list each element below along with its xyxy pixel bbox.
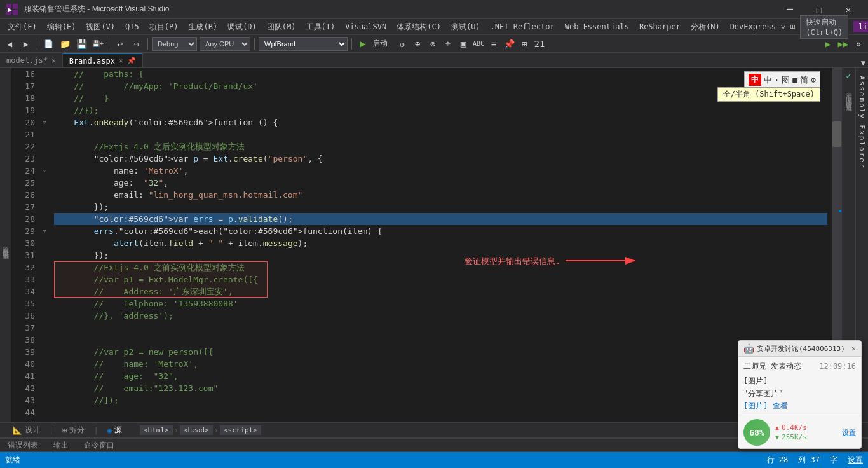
menu-qt5[interactable]: QT5 (120, 21, 144, 32)
code-line-35[interactable]: // Telphone: '13593880088' (54, 298, 827, 310)
toolbar-forward[interactable]: ▶ (19, 37, 33, 51)
code-line-38[interactable] (54, 334, 827, 346)
tab-brand[interactable]: Brand.aspx ✕ 📌 (63, 53, 143, 67)
code-line-19[interactable]: //}); (54, 104, 827, 116)
code-line-26[interactable]: email: "lin_hong_quan_msn.hotmail.com" (54, 189, 827, 201)
menu-build[interactable]: 生成(B) (183, 20, 222, 34)
menu-team[interactable]: 团队(M) (262, 20, 301, 34)
code-line-42[interactable]: // email:"123.123.com" (54, 382, 827, 394)
code-line-23[interactable]: "color:#569cd6">var p = Ext.create("pers… (54, 153, 827, 165)
toolbar-play3[interactable]: ▶▶ (836, 37, 850, 51)
menu-test[interactable]: 测试(U) (446, 20, 485, 34)
tab-overflow[interactable]: ▼ (861, 59, 865, 67)
breadcrumb-script[interactable]: <script> (220, 425, 261, 435)
code-line-17[interactable]: // //myApp: 'Product/Brand/ux' (54, 80, 827, 92)
toolbar-back[interactable]: ◀ (3, 37, 17, 51)
bottom-tab-output[interactable]: 输出 (46, 438, 76, 452)
code-line-25[interactable]: age: "32", (54, 177, 827, 189)
chat-close-icon[interactable]: ✕ (851, 344, 856, 353)
code-line-20[interactable]: Ext.onReady("color:#569cd6">function () … (54, 116, 827, 128)
toolbar-btn-extra2[interactable]: ⊕ (410, 37, 424, 51)
tab-brand-close[interactable]: ✕ (119, 57, 123, 65)
toolbar-btn-extra4[interactable]: ⌖ (441, 37, 455, 51)
code-line-30[interactable]: alert(item.field + " " + item.message); (54, 237, 827, 249)
breadcrumb-head[interactable]: <head> (180, 425, 213, 435)
chat-settings[interactable]: 设置 (842, 428, 856, 437)
menu-resharper[interactable]: ReSharper (634, 21, 686, 32)
status-settings[interactable]: 设置 (848, 455, 863, 465)
code-line-28[interactable]: "color:#569cd6">var errs = p.validate(); (54, 213, 827, 225)
code-line-39[interactable]: //var p2 = new person([{ (54, 346, 827, 358)
tab-modeljs-close[interactable]: ✕ (51, 57, 56, 65)
platform-select[interactable]: Any CPU (200, 37, 250, 51)
breadcrumb-html[interactable]: <html> (140, 425, 173, 435)
menu-edit[interactable]: 编辑(E) (42, 20, 81, 34)
menu-web[interactable]: Web Essentials (560, 21, 634, 32)
code-line-21[interactable] (54, 128, 827, 141)
menu-view[interactable]: 视图(V) (81, 20, 120, 34)
tab-modeljs[interactable]: model.js* ✕ (0, 53, 63, 67)
toolbar-btn-extra7[interactable]: ≡ (487, 37, 501, 51)
ime-char5[interactable]: 简 (800, 74, 808, 86)
menu-analysis[interactable]: 分析(N) (686, 20, 725, 34)
source-tab-split[interactable]: ⊞ 拆分 (55, 423, 92, 437)
code-line-32[interactable]: //Extjs 4.0 之前实例化模型对象方法 (54, 261, 827, 273)
toolbar-new[interactable]: 📄 (41, 37, 55, 51)
code-line-45[interactable] (54, 418, 827, 422)
code-line-41[interactable]: // age: "32", (54, 370, 827, 382)
bottom-tab-errors[interactable]: 错误列表 (0, 438, 46, 452)
run-button[interactable]: ▶ (356, 37, 370, 51)
menu-file[interactable]: 文件(F) (3, 20, 42, 34)
toolbar-btn-extra3[interactable]: ⊗ (426, 37, 440, 51)
code-line-31[interactable]: }); (54, 249, 827, 261)
menu-devexpress[interactable]: DevExpress (725, 21, 781, 32)
toolbar-btn-extra10[interactable]: 21 (532, 37, 546, 51)
assembly-explorer-label[interactable]: Assembly Explorer (857, 71, 867, 174)
code-line-29[interactable]: errs."color:#569cd6">each("color:#569cd6… (54, 225, 827, 237)
menu-architecture[interactable]: 体系结构(C) (391, 20, 446, 34)
menu-debug[interactable]: 调试(D) (222, 20, 262, 34)
code-line-22[interactable]: //Extjs 4.0 之后实例化模型对象方法 (54, 141, 827, 153)
toolbar-btn-extra6[interactable]: ABC (471, 37, 485, 51)
code-line-37[interactable] (54, 322, 827, 334)
code-line-24[interactable]: name: 'MetroX', (54, 165, 827, 177)
menu-project[interactable]: 项目(P) (144, 20, 184, 34)
config-select[interactable]: Debug Release (152, 37, 197, 51)
code-line-33[interactable]: //var p1 = Ext.ModelMgr.create([{ (54, 273, 827, 286)
scrollbar-thumb[interactable] (832, 121, 841, 147)
run-label[interactable]: 启动 (372, 38, 388, 49)
ime-char3[interactable]: 图 (782, 74, 790, 86)
code-content[interactable]: // paths: { // //myApp: 'Product/Brand/u… (49, 68, 832, 422)
quick-launch[interactable]: 快速启动 (Ctrl+Q) (800, 15, 848, 39)
code-line-40[interactable]: // name: 'MetroX', (54, 358, 827, 370)
menu-tools[interactable]: 工具(T) (301, 20, 341, 34)
toolbar-undo[interactable]: ↩ (113, 37, 127, 51)
toolbar-btn-extra9[interactable]: ⊞ (517, 37, 531, 51)
ime-char2[interactable]: · (775, 75, 780, 85)
toolbar-saveall[interactable]: 💾+ (91, 37, 105, 51)
code-line-36[interactable]: //}, 'address'); (54, 310, 827, 322)
toolbar-btn-extra8[interactable]: 📌 (502, 37, 516, 51)
code-line-43[interactable]: //]); (54, 394, 827, 406)
toolbar-play2[interactable]: ▶ (821, 37, 835, 51)
code-line-44[interactable] (54, 406, 827, 418)
toolbar-btn-extra5[interactable]: ▣ (456, 37, 470, 51)
ime-char1[interactable]: 中 (764, 74, 772, 86)
menu-reflector[interactable]: .NET Reflector (485, 21, 560, 32)
toolbar-btn-extra1[interactable]: ↺ (395, 37, 409, 51)
code-line-34[interactable]: // Address: '广东深圳宝安', (54, 286, 827, 298)
code-line-18[interactable]: // } (54, 92, 827, 104)
source-tab-source[interactable]: ◉ 源 (100, 423, 130, 437)
toolbar-save[interactable]: 💾 (74, 37, 88, 51)
toolbar-redo[interactable]: ↪ (130, 37, 144, 51)
tab-brand-pinned[interactable]: 📌 (127, 57, 136, 65)
ime-char4[interactable]: ■ (792, 75, 797, 85)
toolbar-open[interactable]: 📁 (58, 37, 72, 51)
code-line-16[interactable]: // paths: { (54, 68, 827, 80)
project-select[interactable]: WpfBrand (259, 37, 348, 51)
source-tab-design[interactable]: 📐 设计 (5, 423, 48, 437)
code-editor[interactable]: 1617181920212223242526272829303132333435… (11, 68, 841, 422)
toolbar-chevron[interactable]: » (851, 37, 865, 51)
bottom-tab-command[interactable]: 命令窗口 (76, 438, 122, 452)
code-line-27[interactable]: }); (54, 201, 827, 213)
